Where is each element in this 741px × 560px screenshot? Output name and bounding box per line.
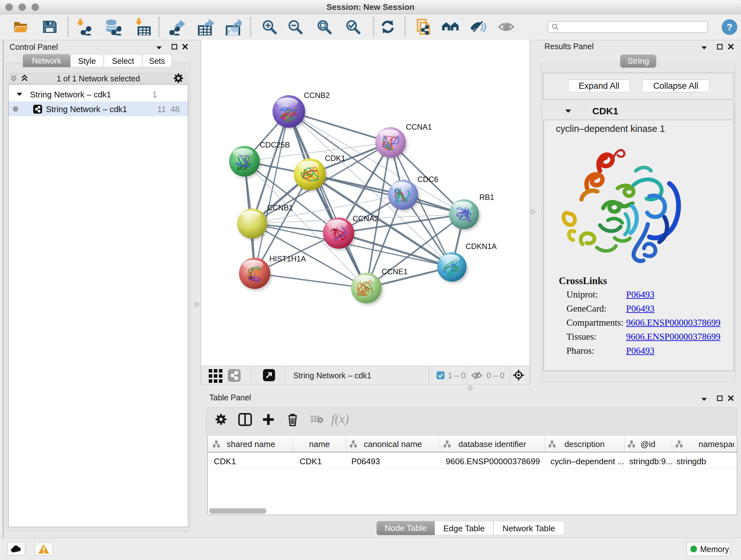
svg-text:CCNB2: CCNB2 xyxy=(304,91,330,100)
svg-text:HIST1H1A: HIST1H1A xyxy=(269,254,306,263)
svg-text:CCNA2: CCNA2 xyxy=(353,214,379,223)
svg-text:CDK1: CDK1 xyxy=(325,154,345,163)
svg-text:CCNE1: CCNE1 xyxy=(382,267,408,276)
svg-text:CDKN1A: CDKN1A xyxy=(466,242,496,251)
svg-text:CCNA1: CCNA1 xyxy=(406,123,432,131)
svg-text:CCNB1: CCNB1 xyxy=(267,203,293,212)
svg-text:RB1: RB1 xyxy=(479,193,494,201)
svg-text:CDC25B: CDC25B xyxy=(260,140,290,149)
svg-text:CDC6: CDC6 xyxy=(417,175,438,184)
